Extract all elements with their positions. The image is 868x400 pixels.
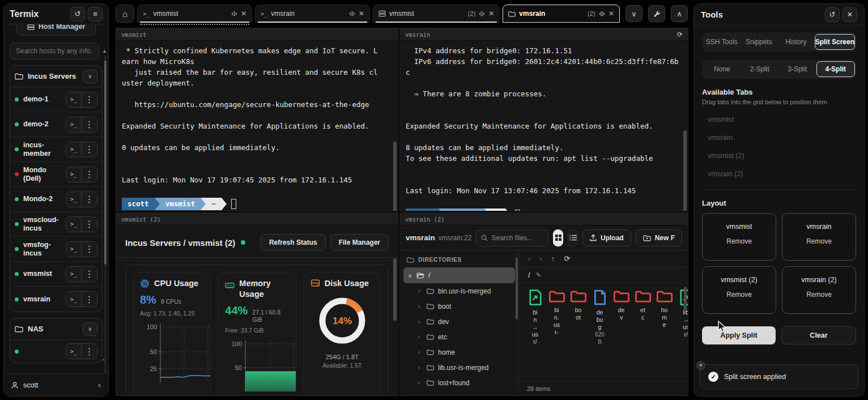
close-icon[interactable]: ✕ <box>609 10 614 18</box>
host-menu-button[interactable]: ⋮ <box>82 167 97 182</box>
scroll-up-icon[interactable]: ▲ <box>102 48 107 54</box>
open-terminal-button[interactable]: >_ <box>66 267 82 282</box>
remove-button[interactable]: Remove <box>726 237 752 245</box>
host-row[interactable]: vmscloud-incus >_⋮ <box>10 212 102 237</box>
host-row[interactable]: vmsfog-incus >_⋮ <box>10 237 102 262</box>
remove-button[interactable]: Remove <box>806 291 832 299</box>
toast-close-icon[interactable]: ✕ <box>696 361 705 370</box>
host-search-input[interactable] <box>10 42 99 59</box>
sidebar-scrollbar-thumb[interactable] <box>104 61 107 265</box>
tab-scroll-down-button[interactable]: ∨ <box>626 5 643 22</box>
split-2-button[interactable]: 2-Split <box>741 61 779 77</box>
new-folder-button[interactable]: New F <box>636 229 682 246</box>
pane-vmsrain-filemanager[interactable]: vmsrain (2) vmsrain vmsrain:22 Search fi… <box>399 212 688 396</box>
host-menu-button[interactable]: ⋮ <box>82 92 97 107</box>
split-none-button[interactable]: None <box>703 61 741 77</box>
layout-cell-vmsmist-2[interactable]: vmsmist (2) Remove <box>702 266 776 314</box>
split-horizontal-icon[interactable] <box>479 11 485 17</box>
refresh-icon[interactable]: ⟳ <box>677 31 683 39</box>
host-menu-button[interactable]: ⋮ <box>82 242 97 257</box>
nav-refresh-button[interactable]: ⟳ <box>564 254 570 263</box>
nav-forward-button[interactable]: › <box>539 254 542 263</box>
file-item[interactable]: boot <box>569 289 588 375</box>
host-menu-button[interactable]: ⋮ <box>82 292 97 307</box>
close-icon[interactable]: ✕ <box>488 10 494 18</box>
available-tab-vmsrain-2[interactable]: vmsrain (2) <box>702 170 856 178</box>
tree-scrollbar-thumb[interactable] <box>516 257 518 320</box>
file-search-input[interactable]: Search files... <box>476 229 548 246</box>
split-horizontal-icon[interactable] <box>599 11 605 17</box>
tree-item[interactable]: ›dev <box>400 314 518 329</box>
remove-button[interactable]: Remove <box>806 237 832 245</box>
file-item[interactable]: home <box>655 289 674 375</box>
open-terminal-button[interactable]: >_ <box>66 117 82 132</box>
split-horizontal-icon[interactable] <box>231 11 237 17</box>
tab-vmsmist[interactable]: >_ vmsmist ✕ <box>137 5 252 23</box>
tab-vmsmist-2[interactable]: vmsmist (2) ✕ <box>373 5 500 23</box>
host-menu-button[interactable]: ⋮ <box>82 142 97 157</box>
chevron-down-icon[interactable]: ∨ <box>83 322 97 336</box>
tree-item[interactable]: ›etc <box>400 329 518 344</box>
open-terminal-button[interactable]: >_ <box>66 217 82 232</box>
file-manager-button[interactable]: File Manager <box>330 234 389 251</box>
open-terminal-button[interactable]: >_ <box>66 242 82 257</box>
close-icon[interactable]: ✕ <box>359 10 364 18</box>
tab-snippets[interactable]: Snippets <box>741 34 778 50</box>
nav-back-button[interactable]: ‹ <box>528 254 530 263</box>
host-menu-button[interactable]: ⋮ <box>82 267 97 282</box>
host-manager-button[interactable]: Host Manager <box>16 24 96 36</box>
tab-scroll-up-button[interactable]: ∧ <box>671 5 688 22</box>
host-menu-button[interactable]: ⋮ <box>82 192 97 207</box>
host-menu-button[interactable]: ⋮ <box>82 344 97 359</box>
tree-item[interactable]: ›boot <box>400 299 518 314</box>
pane-vmsrain-terminal[interactable]: vmsrain ⟳ IPv4 address for bridge0: 172.… <box>399 28 688 211</box>
layout-cell-vmsmist[interactable]: vmsmist Remove <box>702 213 776 261</box>
apply-split-button[interactable]: Apply Split <box>702 326 776 344</box>
group-header[interactable]: Incus Servers ∨ <box>10 66 102 87</box>
tools-refresh-button[interactable]: ↺ <box>825 7 840 22</box>
tab-vmsrain-2[interactable]: vmsrain (2) ✕ <box>503 5 620 23</box>
files-scrollbar-thumb[interactable] <box>684 287 687 310</box>
open-terminal-button[interactable]: >_ <box>66 142 82 157</box>
file-item[interactable]: debug 620 B <box>590 289 609 375</box>
grid-view-button[interactable] <box>553 229 563 246</box>
split-3-button[interactable]: 3-Split <box>778 61 816 77</box>
host-row[interactable]: demo-2 >_⋮ <box>10 112 102 137</box>
open-terminal-button[interactable]: >_ <box>66 344 82 359</box>
file-item[interactable]: bin→usr/ <box>526 289 544 375</box>
terminal-output[interactable]: IPv4 address for bridge0: 172.16.1.51 IP… <box>400 41 688 211</box>
tree-item[interactable]: ›home <box>400 344 518 360</box>
home-button[interactable]: ⌂ <box>116 5 134 23</box>
scrollbar-thumb[interactable] <box>393 142 397 211</box>
tab-ssh-tools[interactable]: SSH Tools <box>703 34 741 50</box>
tree-item[interactable]: ›lost+found <box>400 375 518 390</box>
host-row[interactable]: vmsrain >_⋮ <box>10 287 102 312</box>
edit-path-icon[interactable]: ✎ <box>536 271 541 279</box>
pane-vmsmist-terminal[interactable]: vmsmist * Strictly confined Kubernetes m… <box>116 28 398 211</box>
pane-vmsmist-dashboard[interactable]: vmsmist (2) Incus Servers / vmsmist (2) … <box>116 212 398 396</box>
split-4-button[interactable]: 4-Split <box>816 61 856 77</box>
layout-cell-vmsrain-2[interactable]: vmsrain (2) Remove <box>782 266 856 314</box>
host-row[interactable]: Mondo-2 >_⋮ <box>10 187 102 212</box>
upload-button[interactable]: Upload <box>582 229 631 246</box>
open-terminal-button[interactable]: >_ <box>66 292 82 307</box>
open-terminal-button[interactable]: >_ <box>66 92 82 107</box>
file-item[interactable]: etc <box>633 289 652 375</box>
sidebar-refresh-button[interactable]: ↺ <box>70 7 85 22</box>
tools-wrench-button[interactable] <box>648 5 665 22</box>
file-item[interactable]: bin.usr- <box>547 289 566 375</box>
host-row[interactable]: demo-1 >_⋮ <box>10 87 102 112</box>
split-horizontal-icon[interactable] <box>349 11 355 17</box>
tree-item[interactable]: ›lib.usr-is-merged <box>400 360 518 375</box>
refresh-status-button[interactable]: Refresh Status <box>261 234 326 251</box>
tab-split-screen[interactable]: Split Screen <box>815 34 855 50</box>
available-tab-vmsmist[interactable]: vmsmist <box>702 116 856 124</box>
available-tab-vmsmist-2[interactable]: vmsmist (2) <box>702 152 856 160</box>
tree-root-item[interactable]: ∨ / <box>403 267 515 283</box>
host-menu-button[interactable]: ⋮ <box>82 117 97 132</box>
available-tab-vmsrain[interactable]: vmsrain <box>702 134 856 142</box>
open-terminal-button[interactable]: >_ <box>66 192 82 207</box>
chevron-down-icon[interactable]: ∨ <box>83 70 97 83</box>
open-terminal-button[interactable]: >_ <box>66 167 82 182</box>
host-row[interactable]: Mondo (Dell) >_⋮ <box>10 162 102 187</box>
